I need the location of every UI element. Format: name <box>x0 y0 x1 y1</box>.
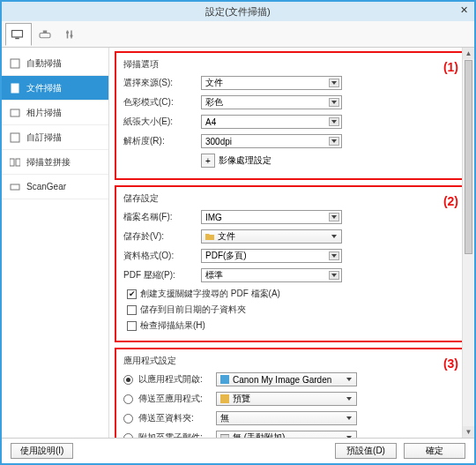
svg-rect-8 <box>11 59 19 68</box>
svg-rect-17 <box>220 435 229 439</box>
date-subfolder-checkbox[interactable] <box>127 305 137 315</box>
scroll-up-icon[interactable]: ▲ <box>463 48 474 59</box>
svg-rect-11 <box>11 133 19 142</box>
svg-rect-1 <box>15 37 19 39</box>
compression-label: PDF 壓縮(P): <box>123 269 201 281</box>
scrollbar[interactable]: ▲ ▼ <box>462 48 474 438</box>
svg-point-6 <box>66 31 69 34</box>
check-results-checkbox[interactable] <box>127 321 137 331</box>
chevron-down-icon <box>329 137 339 146</box>
svg-rect-9 <box>11 84 19 93</box>
format-select[interactable]: PDF(多頁) <box>201 249 342 263</box>
sidebar-item-label: ScanGear <box>26 182 66 191</box>
resolution-label: 解析度(R): <box>123 135 201 147</box>
sidebar-item-document[interactable]: 文件掃描 <box>2 76 108 101</box>
check-results-label: 檢查掃描結果(H) <box>140 319 205 332</box>
source-select[interactable]: 文件 <box>201 76 342 90</box>
open-with-app-label: 以應用程式開啟: <box>138 373 216 386</box>
help-button[interactable]: 使用說明(I) <box>11 443 73 459</box>
send-to-app-label: 傳送至應用程式: <box>138 393 216 405</box>
sidebar-item-label: 自動掃描 <box>26 57 62 70</box>
expand-image-processing-button[interactable]: + <box>201 154 215 168</box>
scroll-thumb[interactable] <box>465 60 472 254</box>
saveto-select[interactable]: 文件 <box>201 229 342 244</box>
scan-options-title: 掃描選項 <box>123 58 460 71</box>
stitch-icon <box>9 156 21 169</box>
app-icon <box>220 375 229 384</box>
paper-label: 紙張大小(E): <box>123 116 201 128</box>
open-with-app-select[interactable]: Canon My Image Garden <box>216 372 357 386</box>
attach-email-select[interactable]: 無 (手動附加) <box>216 431 357 438</box>
ok-button[interactable]: 確定 <box>404 443 465 459</box>
pdf-searchable-checkbox[interactable]: ✔ <box>127 289 137 299</box>
sidebar-item-label: 文件掃描 <box>26 82 62 94</box>
main-panel: (1) 掃描選項 選擇來源(S): 文件 色彩模式(C): 彩色 紙張大小(E)… <box>109 48 474 438</box>
photo-icon <box>9 107 21 119</box>
color-select[interactable]: 彩色 <box>201 95 342 109</box>
scroll-down-icon[interactable]: ▼ <box>463 426 474 438</box>
sidebar-item-stitch[interactable]: 掃描並拼接 <box>2 150 108 175</box>
send-to-app-select[interactable]: 預覽 <box>216 392 357 406</box>
svg-point-7 <box>71 34 73 37</box>
mode-toolbar <box>2 21 474 48</box>
send-to-app-radio[interactable] <box>123 394 133 404</box>
app-icon <box>220 394 229 403</box>
sidebar-item-label: 相片掃描 <box>26 107 62 119</box>
auto-icon <box>9 57 21 70</box>
sidebar-item-photo[interactable]: 相片掃描 <box>2 101 108 125</box>
send-to-folder-radio[interactable] <box>123 414 133 424</box>
app-settings-title: 應用程式設定 <box>123 355 460 367</box>
sidebar-item-custom[interactable]: 自訂掃描 <box>2 125 108 150</box>
mode-preferences[interactable] <box>58 23 85 46</box>
chevron-down-icon <box>329 271 339 280</box>
sidebar-item-label: 自訂掃描 <box>26 131 62 144</box>
defaults-button[interactable]: 預設值(D) <box>335 443 397 459</box>
svg-rect-2 <box>40 33 50 37</box>
sidebar: 自動掃描 文件掃描 相片掃描 自訂掃描 掃描並拼接 ScanGear <box>2 48 109 438</box>
settings-window: 設定(文件掃描) ✕ 自動掃描 文件掃描 相片掃描 <box>0 0 476 465</box>
attach-email-label: 附加至電子郵件: <box>138 431 216 438</box>
section-number-2: (2) <box>443 194 458 208</box>
svg-rect-15 <box>220 375 229 384</box>
svg-rect-14 <box>11 184 19 190</box>
resolution-select[interactable]: 300dpi <box>201 134 342 148</box>
folder-icon <box>205 232 214 241</box>
filename-input[interactable]: IMG <box>201 210 342 224</box>
open-with-app-radio[interactable] <box>123 375 133 385</box>
window-title: 設定(文件掃描) <box>205 5 270 19</box>
saveto-label: 儲存於(V): <box>123 230 201 243</box>
pdf-searchable-label: 創建支援關鍵字搜尋的 PDF 檔案(A) <box>140 288 280 300</box>
svg-rect-3 <box>43 30 48 33</box>
sidebar-item-auto[interactable]: 自動掃描 <box>2 51 108 76</box>
app-settings-section: (3) 應用程式設定 以應用程式開啟: Canon My Image Garde… <box>115 348 469 438</box>
chevron-down-icon <box>344 375 354 384</box>
save-settings-title: 儲存設定 <box>123 192 460 205</box>
source-label: 選擇來源(S): <box>123 77 201 89</box>
format-label: 資料格式(O): <box>123 250 201 262</box>
footer: 使用說明(I) 預設值(D) 確定 <box>2 438 474 462</box>
close-icon[interactable]: ✕ <box>457 4 471 17</box>
mode-scan-from-panel[interactable] <box>32 23 58 46</box>
compression-select[interactable]: 標準 <box>201 268 342 282</box>
sidebar-item-label: 掃描並拼接 <box>26 156 71 169</box>
chevron-down-icon <box>329 251 339 260</box>
svg-rect-13 <box>16 159 20 166</box>
sidebar-item-scangear[interactable]: ScanGear <box>2 175 108 199</box>
chevron-down-icon <box>329 79 339 87</box>
filename-label: 檔案名稱(F): <box>123 211 201 223</box>
paper-select[interactable]: A4 <box>201 115 342 129</box>
chevron-down-icon <box>344 394 354 403</box>
attach-email-radio[interactable] <box>123 433 133 439</box>
mode-scan-to-pc[interactable] <box>5 23 32 46</box>
chevron-down-icon <box>344 414 354 423</box>
scangear-icon <box>9 181 21 193</box>
mail-icon <box>220 433 229 438</box>
section-number-1: (1) <box>443 60 458 74</box>
send-to-folder-select[interactable]: 無 <box>216 411 357 425</box>
chevron-down-icon <box>329 232 339 241</box>
date-subfolder-label: 儲存到目前日期的子資料夾 <box>140 304 246 316</box>
save-settings-section: (2) 儲存設定 檔案名稱(F): IMG 儲存於(V): 文件 資料格式(O)… <box>115 185 469 342</box>
document-icon <box>9 82 21 94</box>
chevron-down-icon <box>329 117 339 126</box>
svg-rect-16 <box>220 394 229 403</box>
